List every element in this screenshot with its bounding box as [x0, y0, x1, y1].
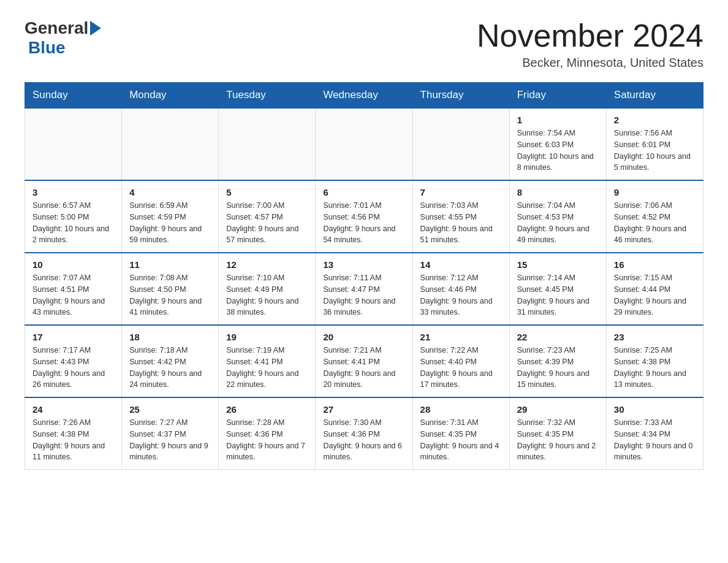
day-info: Sunrise: 7:19 AMSunset: 4:41 PMDaylight:… [226, 345, 308, 391]
calendar-day-cell: 8Sunrise: 7:04 AMSunset: 4:53 PMDaylight… [509, 180, 606, 253]
calendar-day-cell: 17Sunrise: 7:17 AMSunset: 4:43 PMDayligh… [25, 325, 122, 397]
calendar-day-cell: 1Sunrise: 7:54 AMSunset: 6:03 PMDaylight… [509, 108, 606, 180]
calendar-day-cell: 29Sunrise: 7:32 AMSunset: 4:35 PMDayligh… [509, 397, 606, 470]
calendar-day-cell: 13Sunrise: 7:11 AMSunset: 4:47 PMDayligh… [316, 253, 412, 325]
day-info: Sunrise: 7:17 AMSunset: 4:43 PMDaylight:… [32, 345, 114, 391]
day-info: Sunrise: 7:11 AMSunset: 4:47 PMDaylight:… [323, 272, 404, 318]
day-number: 7 [420, 187, 502, 197]
day-number: 18 [129, 332, 211, 342]
day-info: Sunrise: 7:06 AMSunset: 4:52 PMDaylight:… [614, 200, 696, 246]
day-number: 20 [323, 332, 404, 342]
logo-blue-text: Blue [28, 38, 66, 58]
calendar-week-row: 1Sunrise: 7:54 AMSunset: 6:03 PMDaylight… [25, 108, 703, 180]
calendar-day-header: Saturday [606, 83, 703, 109]
calendar-day-cell [25, 108, 122, 180]
day-info: Sunrise: 6:57 AMSunset: 5:00 PMDaylight:… [32, 200, 114, 246]
day-info: Sunrise: 7:15 AMSunset: 4:44 PMDaylight:… [614, 272, 696, 318]
calendar-day-cell: 19Sunrise: 7:19 AMSunset: 4:41 PMDayligh… [219, 325, 316, 397]
calendar-day-cell: 11Sunrise: 7:08 AMSunset: 4:50 PMDayligh… [122, 253, 219, 325]
calendar-day-cell: 6Sunrise: 7:01 AMSunset: 4:56 PMDaylight… [316, 180, 412, 253]
day-number: 8 [517, 187, 599, 197]
day-info: Sunrise: 7:27 AMSunset: 4:37 PMDaylight:… [129, 417, 211, 463]
calendar-day-cell: 30Sunrise: 7:33 AMSunset: 4:34 PMDayligh… [606, 397, 703, 470]
day-number: 15 [517, 259, 599, 270]
day-info: Sunrise: 7:56 AMSunset: 6:01 PMDaylight:… [614, 128, 696, 174]
day-number: 12 [226, 259, 308, 270]
day-number: 4 [129, 187, 211, 197]
page-header: General Blue November 2024 Becker, Minne… [25, 18, 703, 70]
logo: General Blue [25, 18, 101, 58]
day-info: Sunrise: 7:18 AMSunset: 4:42 PMDaylight:… [129, 345, 211, 391]
calendar-day-cell: 15Sunrise: 7:14 AMSunset: 4:45 PMDayligh… [509, 253, 606, 325]
calendar-day-cell: 4Sunrise: 6:59 AMSunset: 4:59 PMDaylight… [122, 180, 219, 253]
day-info: Sunrise: 6:59 AMSunset: 4:59 PMDaylight:… [129, 200, 211, 246]
calendar-day-cell [219, 108, 316, 180]
calendar-day-cell: 3Sunrise: 6:57 AMSunset: 5:00 PMDaylight… [25, 180, 122, 253]
day-info: Sunrise: 7:12 AMSunset: 4:46 PMDaylight:… [420, 272, 502, 318]
calendar-day-cell: 25Sunrise: 7:27 AMSunset: 4:37 PMDayligh… [122, 397, 219, 470]
calendar-table: SundayMondayTuesdayWednesdayThursdayFrid… [25, 82, 703, 470]
title-area: November 2024 Becker, Minnesota, United … [477, 18, 703, 70]
calendar-day-cell [316, 108, 412, 180]
day-info: Sunrise: 7:26 AMSunset: 4:38 PMDaylight:… [32, 417, 114, 463]
day-number: 13 [323, 259, 404, 270]
location-subtitle: Becker, Minnesota, United States [477, 56, 703, 70]
month-title: November 2024 [477, 18, 703, 53]
calendar-day-cell: 16Sunrise: 7:15 AMSunset: 4:44 PMDayligh… [606, 253, 703, 325]
day-number: 21 [420, 332, 502, 342]
day-info: Sunrise: 7:08 AMSunset: 4:50 PMDaylight:… [129, 272, 211, 318]
day-info: Sunrise: 7:32 AMSunset: 4:35 PMDaylight:… [517, 417, 599, 463]
day-info: Sunrise: 7:30 AMSunset: 4:36 PMDaylight:… [323, 417, 404, 463]
day-number: 26 [226, 404, 308, 415]
calendar-day-cell: 18Sunrise: 7:18 AMSunset: 4:42 PMDayligh… [122, 325, 219, 397]
day-number: 19 [226, 332, 308, 342]
calendar-day-cell: 12Sunrise: 7:10 AMSunset: 4:49 PMDayligh… [219, 253, 316, 325]
day-number: 23 [614, 332, 696, 342]
calendar-day-header: Tuesday [219, 83, 316, 109]
calendar-day-cell: 5Sunrise: 7:00 AMSunset: 4:57 PMDaylight… [219, 180, 316, 253]
calendar-day-cell: 23Sunrise: 7:25 AMSunset: 4:38 PMDayligh… [606, 325, 703, 397]
day-info: Sunrise: 7:03 AMSunset: 4:55 PMDaylight:… [420, 200, 502, 246]
calendar-day-cell: 14Sunrise: 7:12 AMSunset: 4:46 PMDayligh… [412, 253, 509, 325]
calendar-day-cell: 7Sunrise: 7:03 AMSunset: 4:55 PMDaylight… [412, 180, 509, 253]
day-info: Sunrise: 7:33 AMSunset: 4:34 PMDaylight:… [614, 417, 696, 463]
calendar-week-row: 3Sunrise: 6:57 AMSunset: 5:00 PMDaylight… [25, 180, 703, 253]
calendar-day-header: Thursday [412, 83, 509, 109]
day-number: 16 [614, 259, 696, 270]
calendar-day-cell [412, 108, 509, 180]
day-number: 22 [517, 332, 599, 342]
day-info: Sunrise: 7:22 AMSunset: 4:40 PMDaylight:… [420, 345, 502, 391]
calendar-day-header: Friday [509, 83, 606, 109]
day-info: Sunrise: 7:23 AMSunset: 4:39 PMDaylight:… [517, 345, 599, 391]
day-number: 17 [32, 332, 114, 342]
calendar-day-cell: 26Sunrise: 7:28 AMSunset: 4:36 PMDayligh… [219, 397, 316, 470]
day-number: 28 [420, 404, 502, 415]
calendar-day-cell: 20Sunrise: 7:21 AMSunset: 4:41 PMDayligh… [316, 325, 412, 397]
day-info: Sunrise: 7:10 AMSunset: 4:49 PMDaylight:… [226, 272, 308, 318]
day-number: 24 [32, 404, 114, 415]
day-number: 11 [129, 259, 211, 270]
logo-arrow-icon [90, 21, 101, 36]
logo-general-text: General [25, 18, 88, 38]
day-number: 30 [614, 404, 696, 415]
calendar-day-header: Sunday [25, 83, 122, 109]
calendar-week-row: 24Sunrise: 7:26 AMSunset: 4:38 PMDayligh… [25, 397, 703, 470]
day-info: Sunrise: 7:00 AMSunset: 4:57 PMDaylight:… [226, 200, 308, 246]
day-number: 3 [32, 187, 114, 197]
day-number: 27 [323, 404, 404, 415]
day-number: 14 [420, 259, 502, 270]
calendar-day-cell: 24Sunrise: 7:26 AMSunset: 4:38 PMDayligh… [25, 397, 122, 470]
day-info: Sunrise: 7:04 AMSunset: 4:53 PMDaylight:… [517, 200, 599, 246]
day-number: 29 [517, 404, 599, 415]
day-number: 2 [614, 115, 696, 125]
day-info: Sunrise: 7:31 AMSunset: 4:35 PMDaylight:… [420, 417, 502, 463]
day-number: 5 [226, 187, 308, 197]
calendar-day-cell: 22Sunrise: 7:23 AMSunset: 4:39 PMDayligh… [509, 325, 606, 397]
calendar-day-cell [122, 108, 219, 180]
day-info: Sunrise: 7:01 AMSunset: 4:56 PMDaylight:… [323, 200, 404, 246]
day-info: Sunrise: 7:14 AMSunset: 4:45 PMDaylight:… [517, 272, 599, 318]
calendar-day-cell: 21Sunrise: 7:22 AMSunset: 4:40 PMDayligh… [412, 325, 509, 397]
day-info: Sunrise: 7:54 AMSunset: 6:03 PMDaylight:… [517, 128, 599, 174]
day-info: Sunrise: 7:28 AMSunset: 4:36 PMDaylight:… [226, 417, 308, 463]
day-number: 9 [614, 187, 696, 197]
